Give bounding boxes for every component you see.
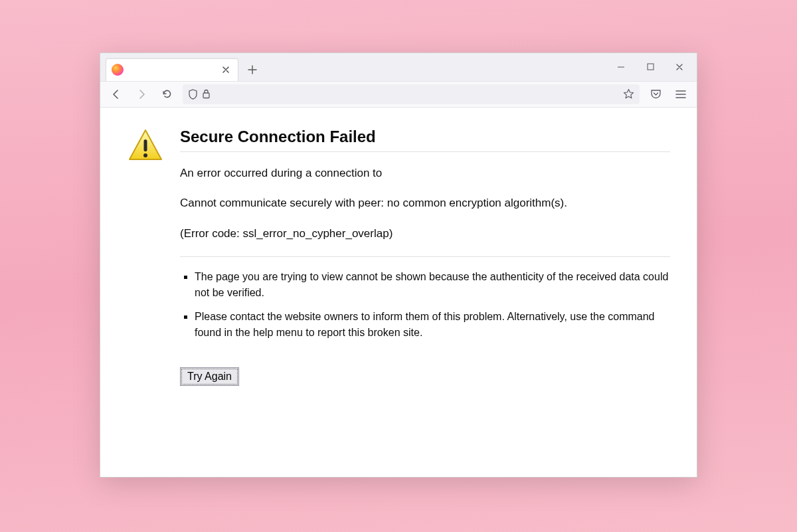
site-security-icons[interactable] xyxy=(188,89,211,100)
lock-icon xyxy=(202,89,211,99)
tab-close-button[interactable] xyxy=(219,63,232,76)
pocket-button[interactable] xyxy=(646,85,665,104)
reload-button[interactable] xyxy=(157,85,176,104)
nav-toolbar xyxy=(100,81,697,108)
minimize-button[interactable] xyxy=(608,57,634,77)
try-again-button[interactable]: Try Again xyxy=(180,367,239,386)
svg-rect-0 xyxy=(648,64,654,70)
error-advice-item: The page you are trying to view cannot b… xyxy=(195,269,670,301)
app-menu-button[interactable] xyxy=(671,85,690,104)
error-heading: Secure Connection Failed xyxy=(180,128,670,152)
back-button[interactable] xyxy=(107,85,126,104)
browser-window: Secure Connection Failed An error occurr… xyxy=(100,52,697,478)
browser-tab[interactable] xyxy=(106,58,238,81)
error-advice-list: The page you are trying to view cannot b… xyxy=(180,269,670,341)
firefox-favicon xyxy=(112,64,124,76)
warning-triangle-icon xyxy=(127,128,164,165)
error-advice-item: Please contact the website owners to inf… xyxy=(195,309,670,341)
error-line-2: Cannot communicate securely with peer: n… xyxy=(180,195,670,211)
page-content: Secure Connection Failed An error occurr… xyxy=(100,108,697,477)
svg-point-3 xyxy=(143,153,147,157)
error-body: Secure Connection Failed An error occurr… xyxy=(180,128,670,457)
url-input[interactable] xyxy=(216,89,618,99)
forward-button[interactable] xyxy=(132,85,151,104)
window-close-button[interactable] xyxy=(666,57,693,77)
new-tab-button[interactable] xyxy=(242,60,262,80)
error-code: (Error code: ssl_error_no_cypher_overlap… xyxy=(180,226,670,242)
svg-rect-1 xyxy=(203,93,209,98)
error-line-1: An error occurred during a connection to xyxy=(180,165,670,181)
shield-icon xyxy=(188,89,198,100)
window-controls xyxy=(608,53,693,81)
divider xyxy=(180,256,670,257)
svg-rect-2 xyxy=(144,139,147,151)
bookmark-star-icon[interactable] xyxy=(623,88,634,100)
tab-strip xyxy=(100,53,697,81)
maximize-button[interactable] xyxy=(637,57,664,77)
url-bar[interactable] xyxy=(183,84,640,104)
